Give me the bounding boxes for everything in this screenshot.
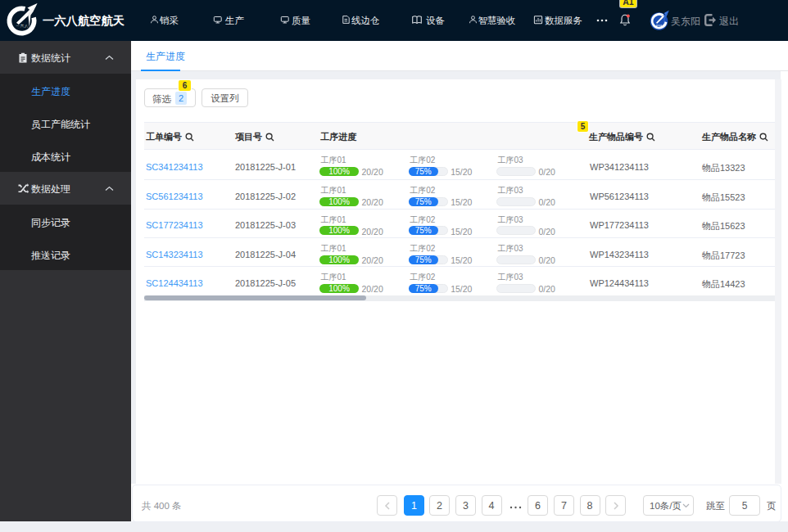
svg-text:一六八: 一六八 bbox=[16, 24, 29, 28]
